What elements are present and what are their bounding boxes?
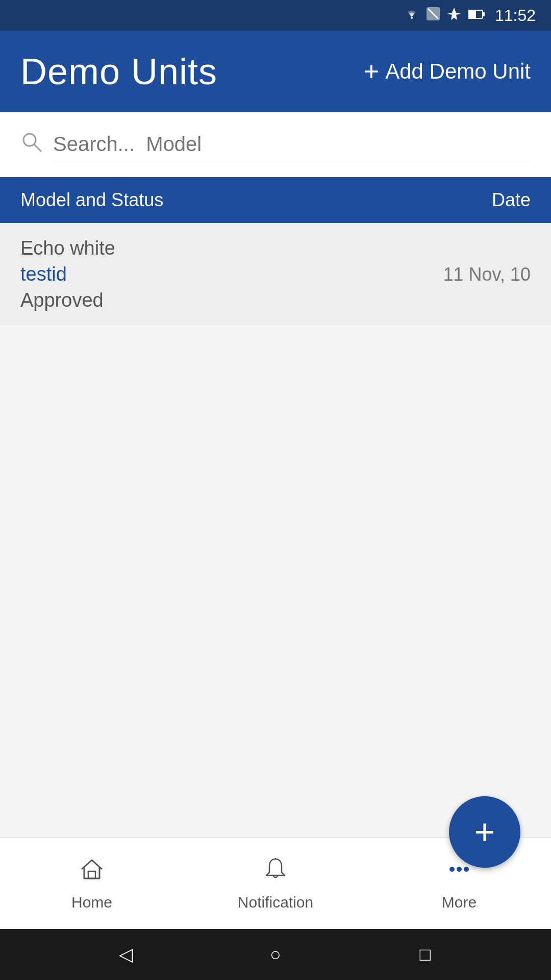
search-input[interactable]: [53, 128, 531, 161]
row-model-name: Echo white: [20, 237, 388, 259]
table-header: Model and Status Date: [0, 177, 551, 223]
status-time: 11:52: [495, 6, 536, 25]
battery-icon: [468, 8, 485, 22]
fab-plus-icon: +: [474, 814, 495, 850]
nav-home[interactable]: Home: [0, 838, 184, 929]
model-status-column-header: Model and Status: [20, 189, 388, 211]
status-icons: [404, 7, 485, 24]
home-nav-label: Home: [71, 894, 112, 911]
row-status: Approved: [20, 289, 388, 311]
svg-line-7: [34, 144, 41, 151]
svg-point-0: [411, 17, 413, 19]
search-bar: [0, 112, 551, 177]
add-demo-unit-button[interactable]: + Add Demo Unit: [364, 56, 531, 87]
recent-button[interactable]: □: [410, 939, 440, 970]
svg-rect-5: [483, 12, 485, 16]
notification-nav-label: Notification: [238, 894, 313, 911]
system-navigation-bar: ◁ ○ □: [0, 929, 551, 980]
row-date: 11 Nov, 10: [388, 264, 531, 285]
more-nav-label: More: [442, 894, 477, 911]
plus-icon: +: [364, 56, 379, 87]
app-header: Demo Units + Add Demo Unit: [0, 31, 551, 112]
airplane-icon: [447, 7, 461, 24]
table-row[interactable]: Echo white testid Approved 11 Nov, 10: [0, 223, 551, 326]
wifi-icon: [404, 8, 419, 23]
home-button[interactable]: ○: [260, 939, 291, 970]
svg-rect-8: [88, 871, 95, 878]
bell-icon: [262, 856, 289, 889]
svg-rect-4: [469, 11, 476, 18]
table-content: Echo white testid Approved 11 Nov, 10: [0, 223, 551, 837]
home-icon: [79, 856, 105, 889]
row-info: Echo white testid Approved: [20, 237, 388, 311]
nav-notification[interactable]: Notification: [184, 838, 367, 929]
status-bar: 11:52: [0, 0, 551, 31]
page-title: Demo Units: [20, 51, 217, 92]
back-button[interactable]: ◁: [111, 939, 141, 970]
signal-off-icon: [427, 7, 440, 23]
fab-container: +: [449, 796, 520, 868]
row-test-id: testid: [20, 263, 388, 285]
date-column-header: Date: [388, 189, 531, 211]
search-icon: [20, 131, 43, 158]
add-button-label: Add Demo Unit: [385, 59, 531, 84]
fab-add-button[interactable]: +: [449, 796, 520, 868]
